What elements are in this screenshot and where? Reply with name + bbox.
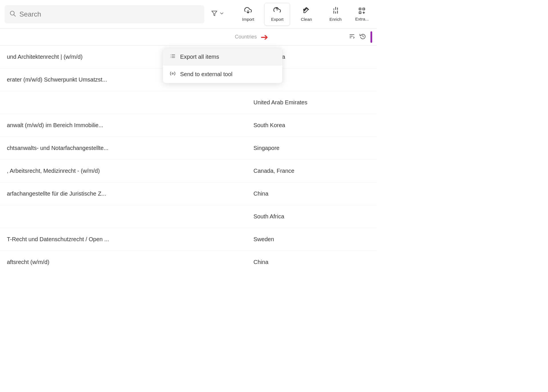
country-cell: United Arab Emirates bbox=[247, 99, 377, 106]
search-icon bbox=[9, 10, 16, 19]
enrich-label: Enrich bbox=[329, 17, 342, 22]
svg-marker-2 bbox=[212, 11, 217, 16]
table-row: chtsanwalts- und Notarfachangestellte...… bbox=[0, 137, 377, 160]
list-icon bbox=[170, 53, 176, 60]
country-cell: Canada, France bbox=[247, 168, 377, 174]
name-cell: anwalt (m/w/d) im Bereich Immobilie... bbox=[0, 122, 247, 129]
history-icon[interactable] bbox=[360, 33, 366, 41]
svg-rect-12 bbox=[359, 8, 361, 10]
table-row: South Africa bbox=[0, 205, 377, 228]
name-cell: aftsrecht (w/m/d) bbox=[0, 259, 247, 265]
name-cell: T-Recht und Datenschutzrecht / Open ... bbox=[0, 236, 247, 243]
import-label: Import bbox=[242, 17, 254, 22]
search-input[interactable] bbox=[19, 10, 200, 18]
name-cell: arfachangestellte für die Juristische Z.… bbox=[0, 190, 247, 197]
export-all-label: Export all items bbox=[180, 54, 219, 60]
extra-icon bbox=[358, 7, 366, 15]
extra-label: Extra... bbox=[355, 17, 369, 21]
send-external-label: Send to external tool bbox=[180, 71, 232, 78]
country-cell: Singapore bbox=[247, 145, 377, 151]
sort-icon[interactable] bbox=[349, 33, 355, 41]
filter-group[interactable] bbox=[208, 5, 228, 23]
country-cell: South Korea bbox=[247, 122, 377, 129]
country-cell: South Africa bbox=[247, 213, 377, 220]
export-dropdown-menu: Export all items Send to external tool bbox=[163, 48, 283, 83]
country-cell: China bbox=[247, 190, 377, 197]
purple-bar bbox=[370, 31, 372, 43]
svg-rect-14 bbox=[359, 12, 361, 14]
name-cell: chtsanwalts- und Notarfachangestellte... bbox=[0, 145, 247, 151]
enrich-icon bbox=[332, 7, 339, 16]
clean-icon bbox=[303, 7, 310, 16]
filter-icon bbox=[211, 10, 217, 18]
table-row: aftsrecht (w/m/d)China bbox=[0, 251, 377, 265]
extra-button[interactable]: Extra... bbox=[352, 3, 372, 26]
name-cell: , Arbeitsrecht, Medizinrecht - (w/m/d) bbox=[0, 168, 247, 174]
header-actions bbox=[349, 31, 377, 43]
svg-line-1 bbox=[14, 15, 16, 16]
country-cell: China bbox=[247, 259, 377, 265]
table-area: und Architektenrecht | (w/m/d)South Kore… bbox=[0, 46, 377, 265]
country-cell: Sweden bbox=[247, 236, 377, 243]
table-row: arfachangestellte für die Juristische Z.… bbox=[0, 182, 377, 205]
svg-rect-13 bbox=[363, 8, 365, 10]
toolbar: Import Export Clean bbox=[0, 0, 377, 29]
svg-point-26 bbox=[172, 73, 174, 74]
enrich-button[interactable]: Enrich bbox=[323, 3, 348, 26]
table-row: , Arbeitsrecht, Medizinrecht - (w/m/d)Ca… bbox=[0, 160, 377, 182]
export-all-items-option[interactable]: Export all items bbox=[163, 48, 282, 66]
export-button[interactable]: Export bbox=[264, 3, 290, 26]
external-tool-icon bbox=[170, 71, 176, 78]
import-button[interactable]: Import bbox=[235, 3, 261, 26]
filter-chevron-icon bbox=[219, 11, 224, 17]
col-header-countries: Countries ➔ bbox=[228, 32, 349, 42]
table-row: T-Recht und Datenschutzrecht / Open ...S… bbox=[0, 228, 377, 251]
table-row: United Arab Emirates bbox=[0, 91, 377, 114]
search-box[interactable] bbox=[5, 5, 204, 23]
send-external-tool-option[interactable]: Send to external tool bbox=[163, 66, 282, 83]
arrow-indicator: ➔ bbox=[261, 32, 268, 42]
export-label: Export bbox=[271, 17, 283, 22]
table-row: anwalt (m/w/d) im Bereich Immobilie...So… bbox=[0, 114, 377, 137]
export-icon bbox=[273, 7, 281, 16]
column-header-row: Countries ➔ bbox=[0, 29, 377, 46]
clean-label: Clean bbox=[301, 17, 312, 22]
clean-button[interactable]: Clean bbox=[293, 3, 319, 26]
import-icon bbox=[244, 7, 252, 16]
